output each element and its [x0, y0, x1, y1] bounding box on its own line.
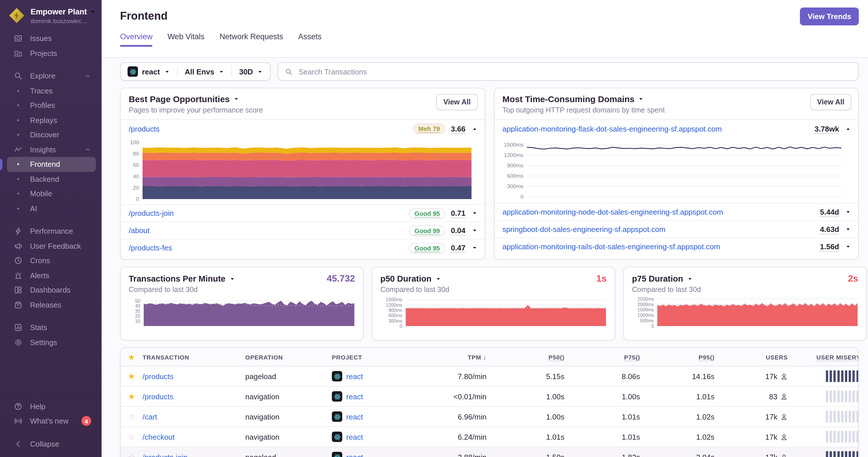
sidebar-item[interactable]: Backend	[7, 172, 96, 186]
sidebar-item[interactable]: Settings	[7, 335, 96, 350]
project-cell[interactable]: react	[332, 432, 418, 442]
view-all-button[interactable]: View All	[437, 94, 478, 110]
chevron-down-icon[interactable]	[471, 244, 477, 251]
project-cell[interactable]: react	[332, 412, 418, 422]
view-trends-button[interactable]: View Trends	[800, 7, 859, 25]
project-cell[interactable]: react	[332, 371, 418, 382]
domain-link[interactable]: application-monitoring-flask-dot-sales-e…	[502, 124, 722, 133]
col-tpm[interactable]: TPM ↓	[418, 353, 487, 360]
favorite-star-icon[interactable]: ★	[128, 392, 135, 400]
opportunity-row-expanded[interactable]: /products Meh 79 3.66	[121, 120, 485, 137]
chevron-up-icon[interactable]	[845, 126, 851, 132]
sidebar-item[interactable]: User Feedback	[7, 238, 96, 253]
chevron-down-icon[interactable]	[845, 226, 851, 232]
col-p95[interactable]: P95()	[640, 353, 714, 360]
transaction-link[interactable]: /cart	[143, 412, 157, 421]
project-link[interactable]: react	[346, 432, 363, 441]
opportunity-row[interactable]: /products-fes Good 95 0.47	[121, 239, 485, 256]
col-user-misery[interactable]: USER MISERY	[788, 353, 859, 360]
collapse-button[interactable]: Collapse	[7, 436, 96, 451]
chevron-down-icon[interactable]	[471, 210, 477, 217]
project-link[interactable]: react	[346, 412, 363, 421]
chevron-down-icon[interactable]	[229, 275, 235, 282]
chevron-down-icon[interactable]	[471, 227, 477, 234]
col-users[interactable]: USERS	[714, 353, 788, 360]
tab[interactable]: Network Requests	[220, 32, 283, 46]
chevron-down-icon[interactable]	[845, 243, 851, 250]
col-p50[interactable]: P50()	[487, 353, 564, 360]
sidebar-item[interactable]: Discover	[7, 128, 96, 142]
col-operation[interactable]: OPERATION	[245, 353, 332, 360]
sidebar-item[interactable]: Performance	[7, 224, 96, 238]
sidebar-item[interactable]: Profiles	[7, 98, 96, 113]
search-box[interactable]	[278, 62, 859, 81]
stat-title[interactable]: Transactions Per Minute	[129, 274, 225, 283]
sidebar-item[interactable]: Alerts	[7, 268, 96, 283]
favorite-star-icon[interactable]: ☆	[128, 453, 135, 457]
view-all-button[interactable]: View All	[810, 94, 851, 110]
sidebar-item[interactable]: AI	[7, 201, 96, 216]
project-link[interactable]: react	[346, 453, 363, 457]
sidebar-item[interactable]: Stats	[7, 320, 96, 335]
favorite-star-icon[interactable]: ☆	[128, 413, 135, 421]
domain-row-expanded[interactable]: application-monitoring-flask-dot-sales-e…	[494, 120, 858, 137]
page-link[interactable]: /products-join	[129, 209, 174, 218]
sidebar-item[interactable]: Projects	[7, 46, 96, 61]
col-transaction[interactable]: TRANSACTION	[143, 353, 245, 360]
col-project[interactable]: PROJECT	[332, 353, 418, 360]
tab[interactable]: Assets	[298, 32, 321, 46]
domain-row[interactable]: application-monitoring-node-dot-sales-en…	[494, 203, 858, 221]
favorite-star-icon[interactable]: ★	[128, 372, 135, 380]
domain-row[interactable]: application-monitoring-rails-dot-sales-e…	[494, 238, 858, 255]
project-cell[interactable]: react	[332, 391, 418, 402]
chevron-down-icon[interactable]	[686, 275, 693, 282]
chevron-down-icon[interactable]	[845, 209, 851, 215]
sidebar-item[interactable]: Frontend	[7, 157, 96, 172]
sidebar-item[interactable]: Releases	[7, 297, 96, 312]
chevron-up-icon[interactable]	[471, 126, 477, 132]
sidebar-item[interactable]: Crons	[7, 253, 96, 268]
page-link[interactable]: /products	[129, 124, 160, 133]
transaction-link[interactable]: /checkout	[143, 432, 175, 441]
domain-link[interactable]: application-monitoring-node-dot-sales-en…	[502, 208, 723, 217]
table-row[interactable]: ★ /products pageload react 7.80/min 5.15…	[121, 366, 858, 387]
date-range-filter[interactable]: 30D	[232, 63, 270, 80]
sidebar-item[interactable]: Dashboards	[7, 283, 96, 297]
favorite-star-header-icon[interactable]: ★	[128, 353, 135, 361]
panel-title[interactable]: Most Time-Consuming Domains	[502, 94, 664, 104]
domain-row[interactable]: springboot-dot-sales-engineering-sf.apps…	[494, 221, 858, 238]
transaction-link[interactable]: /products	[143, 392, 174, 401]
tab[interactable]: Web Vitals	[168, 32, 205, 46]
sidebar-item[interactable]: Insights	[7, 142, 96, 157]
opportunity-row[interactable]: /products-join Good 95 0.71	[121, 204, 485, 222]
sidebar-item[interactable]: Issues	[7, 31, 96, 46]
domain-link[interactable]: application-monitoring-rails-dot-sales-e…	[502, 242, 720, 251]
sidebar-footer-item[interactable]: Help	[7, 399, 96, 414]
environment-filter[interactable]: All Envs	[178, 63, 232, 80]
org-switcher[interactable]: Empower Plant dominik.buszowiec…	[7, 6, 101, 31]
sidebar-footer-item[interactable]: What's new 4	[7, 414, 96, 428]
transaction-link[interactable]: /products	[143, 372, 174, 381]
project-filter[interactable]: react	[121, 63, 177, 80]
stat-title[interactable]: p50 Duration	[380, 274, 431, 283]
tab[interactable]: Overview	[120, 32, 153, 46]
transaction-link[interactable]: /products-join	[143, 453, 188, 457]
sidebar-item[interactable]: Mobile	[7, 186, 96, 201]
domain-link[interactable]: springboot-dot-sales-engineering-sf.apps…	[502, 225, 665, 234]
col-p75[interactable]: P75()	[564, 353, 640, 360]
sidebar-item[interactable]: Traces	[7, 84, 96, 98]
project-link[interactable]: react	[346, 392, 363, 401]
sidebar-item[interactable]: Replays	[7, 113, 96, 128]
table-row[interactable]: ☆ /checkout navigation react 6.24/min 1.…	[121, 427, 858, 447]
project-cell[interactable]: react	[332, 452, 418, 457]
stat-title[interactable]: p75 Duration	[632, 274, 683, 283]
page-link[interactable]: /products-fes	[129, 243, 172, 252]
project-link[interactable]: react	[346, 372, 363, 381]
panel-title[interactable]: Best Page Opportunities	[129, 94, 263, 104]
table-row[interactable]: ★ /products navigation react <0.01/min 1…	[121, 387, 858, 407]
table-row[interactable]: ☆ /cart navigation react 6.96/min 1.00s …	[121, 407, 858, 427]
chevron-down-icon[interactable]	[435, 275, 441, 282]
search-input[interactable]	[297, 67, 851, 76]
favorite-star-icon[interactable]: ☆	[128, 433, 135, 441]
sidebar-item[interactable]: Explore	[7, 69, 96, 84]
